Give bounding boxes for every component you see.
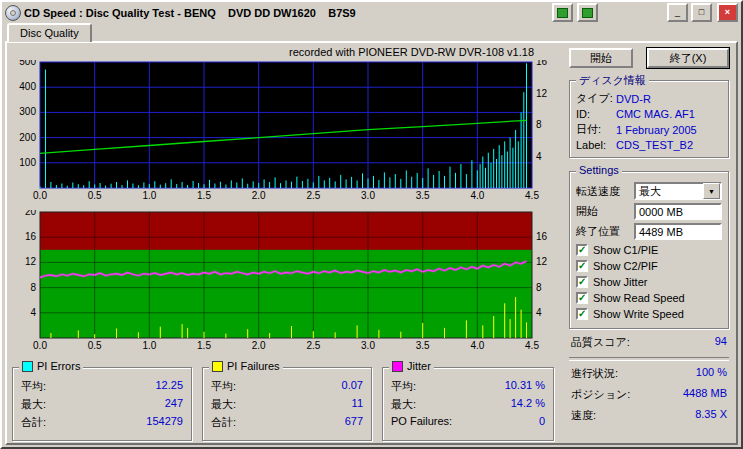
checkbox-show-write-speed[interactable]: ✓Show Write Speed <box>576 308 722 320</box>
pi-errors-panel: PI Errors 平均:12.25 最大:247 合計:154279 <box>12 367 192 441</box>
end-position-field[interactable]: 4489 MB <box>634 223 722 240</box>
checkbox-box: ✓ <box>576 308 588 320</box>
svg-text:4.0: 4.0 <box>470 340 484 351</box>
stat-label: PO Failures: <box>391 415 452 427</box>
exit-button[interactable]: 終了(X) <box>647 48 729 68</box>
position-label: ポジション: <box>571 387 630 402</box>
pi-failures-legend: PI Failures <box>209 360 283 372</box>
maximize-button[interactable]: □ <box>691 3 712 22</box>
svg-text:16: 16 <box>536 60 548 67</box>
svg-text:12: 12 <box>536 256 548 267</box>
svg-text:4.0: 4.0 <box>470 190 484 201</box>
settings-group: Settings 転送速度 最大 ▼ 開始 0000 MB 終了位置 4489 … <box>569 171 729 329</box>
stat-value: 14.2 % <box>511 397 545 412</box>
stat-label: 最大: <box>211 397 236 412</box>
stat-label: 合計: <box>211 415 236 430</box>
svg-text:1.5: 1.5 <box>197 340 211 351</box>
disc-label-label: Label: <box>576 139 616 151</box>
show-options: ✓Show C1/PIE ✓Show C2/PIF ✓Show Jitter ✓… <box>576 244 722 320</box>
speed-row: 速度: 8.35 X <box>569 408 729 423</box>
disc-label-value: CDS_TEST_B2 <box>616 139 693 151</box>
start-position-label: 開始 <box>576 204 598 219</box>
app-window: CD Speed : Disc Quality Test - BENQ DVD … <box>0 0 743 449</box>
save-image-icon[interactable] <box>552 3 573 22</box>
svg-text:4.5: 4.5 <box>525 190 539 201</box>
button-row: 開始 終了(X) <box>569 48 729 68</box>
svg-text:0.0: 0.0 <box>33 190 47 201</box>
end-position-row: 終了位置 4489 MB <box>576 223 722 240</box>
svg-text:1.0: 1.0 <box>142 190 156 201</box>
checkbox-show-read-speed[interactable]: ✓Show Read Speed <box>576 292 722 304</box>
start-position-field[interactable]: 0000 MB <box>634 203 722 220</box>
checkbox-label: Show C2/PIF <box>593 260 658 272</box>
chevron-down-icon[interactable]: ▼ <box>703 183 720 199</box>
stat-value: 154279 <box>146 415 183 430</box>
checkbox-box: ✓ <box>576 244 588 256</box>
checkbox-show-jitter[interactable]: ✓Show Jitter <box>576 276 722 288</box>
disc-info-row: タイプ:DVD-R <box>576 91 722 106</box>
stat-row: 平均:0.07 <box>211 379 363 394</box>
titlebar[interactable]: CD Speed : Disc Quality Test - BENQ DVD … <box>2 2 741 22</box>
pi-failures-panel: PI Failures 平均:0.07 最大:11 合計:677 <box>202 367 372 441</box>
disc-type-value: DVD-R <box>616 93 651 105</box>
svg-text:500: 500 <box>19 60 36 67</box>
svg-text:100: 100 <box>19 157 36 168</box>
svg-text:3.0: 3.0 <box>361 190 375 201</box>
transfer-speed-label: 転送速度 <box>576 184 620 199</box>
stat-row: 平均:10.31 % <box>391 379 545 394</box>
svg-text:2.0: 2.0 <box>252 340 266 351</box>
svg-text:8: 8 <box>536 119 542 130</box>
svg-text:2.5: 2.5 <box>306 190 320 201</box>
transfer-speed-select[interactable]: 最大 ▼ <box>634 182 722 200</box>
stat-row: 合計:154279 <box>21 415 183 430</box>
app-icon <box>5 5 21 21</box>
recorded-with-label: recorded with PIONEER DVD-RW DVR-108 v1.… <box>10 46 562 60</box>
minimize-button[interactable]: _ <box>667 3 688 22</box>
settings-group-label: Settings <box>576 164 622 176</box>
divider <box>569 357 729 361</box>
disc-id-value: CMC MAG. AF1 <box>616 108 695 120</box>
stat-value: 0.07 <box>342 379 363 394</box>
stat-label: 最大: <box>391 397 416 412</box>
stat-label: 平均: <box>211 379 236 394</box>
checkbox-label: Show Write Speed <box>593 308 684 320</box>
stat-label: 合計: <box>21 415 46 430</box>
disc-info-row: Label:CDS_TEST_B2 <box>576 139 722 151</box>
picture-icon <box>582 8 593 18</box>
checkbox-show-c1-pie[interactable]: ✓Show C1/PIE <box>576 244 722 256</box>
speed-label: 速度: <box>571 408 596 423</box>
stat-label: 平均: <box>21 379 46 394</box>
jitter-title: Jitter <box>407 360 431 372</box>
stat-value: 11 <box>352 397 363 412</box>
stat-row: 平均:12.25 <box>21 379 183 394</box>
stat-row: 最大:247 <box>21 397 183 412</box>
stat-label: 平均: <box>391 379 416 394</box>
svg-text:1.0: 1.0 <box>142 340 156 351</box>
checkbox-show-c2-pif[interactable]: ✓Show C2/PIF <box>576 260 722 272</box>
svg-text:4.5: 4.5 <box>525 340 539 351</box>
start-button[interactable]: 開始 <box>569 48 633 68</box>
quality-score-label: 品質スコア: <box>571 335 630 350</box>
svg-text:16: 16 <box>25 231 37 242</box>
svg-text:2.0: 2.0 <box>252 190 266 201</box>
disc-info-group: ディスク情報 タイプ:DVD-R ID:CMC MAG. AF1 日付:1 Fe… <box>569 80 729 158</box>
progress-row: 進行状況: 100 % <box>569 366 729 381</box>
svg-text:3.0: 3.0 <box>361 340 375 351</box>
pi-errors-swatch <box>22 361 33 372</box>
tab-disc-quality[interactable]: Disc Quality <box>7 23 92 42</box>
svg-text:2.5: 2.5 <box>306 340 320 351</box>
pi-errors-legend: PI Errors <box>19 360 83 372</box>
checkbox-label: Show C1/PIE <box>593 244 658 256</box>
disc-id-label: ID: <box>576 108 616 120</box>
chart-column: recorded with PIONEER DVD-RW DVR-108 v1.… <box>10 46 562 440</box>
svg-text:12: 12 <box>25 256 37 267</box>
pie-speed-chart: 0.00.51.01.52.02.53.03.54.04.51002003004… <box>10 60 558 206</box>
svg-text:3.5: 3.5 <box>416 190 430 201</box>
progress-label: 進行状況: <box>571 366 618 381</box>
end-position-label: 終了位置 <box>576 224 620 239</box>
jitter-panel: Jitter 平均:10.31 % 最大:14.2 % PO Failures:… <box>382 367 554 441</box>
svg-text:0.5: 0.5 <box>88 340 102 351</box>
svg-text:20: 20 <box>25 210 37 217</box>
close-button[interactable]: × <box>717 3 738 22</box>
capture-icon[interactable] <box>577 3 598 22</box>
